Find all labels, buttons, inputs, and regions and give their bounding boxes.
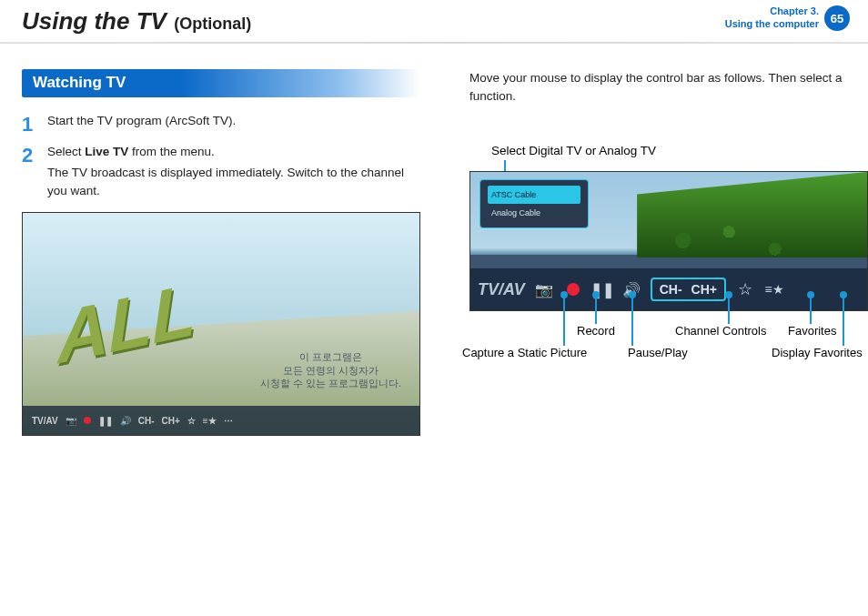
step-text-b: from the menu. — [128, 145, 215, 158]
pause-icon: ❚❚ — [98, 416, 113, 426]
ch-minus-button[interactable]: CH- — [660, 282, 682, 297]
chapter-text: Chapter 3. Using the computer — [725, 5, 819, 31]
chapter-block: Chapter 3. Using the computer 65 — [725, 5, 850, 31]
callout-display-favorites: Display Favorites — [772, 346, 863, 359]
menu-item-analog[interactable]: Analog Cable — [488, 204, 580, 222]
callout-capture: Capture a Static Picture — [462, 346, 587, 359]
section-header-watching-tv: Watching TV — [22, 69, 420, 97]
favorites-button[interactable]: ☆ — [735, 279, 755, 299]
broadcast-caption: 이 프로그램은 모든 연령의 시청자가 시청할 수 있는 프로그램입니다. — [260, 350, 401, 389]
step-text-a: Select — [47, 145, 85, 158]
screenshot-control-bar: ATSC Cable Analog Cable TV/AV 📷 ❚❚ 🔊 CH-… — [469, 171, 868, 311]
step-1: 1 Start the TV program (ArcSoft TV). — [22, 112, 420, 130]
ch-minus: CH- — [138, 416, 155, 426]
callout-favorites: Favorites — [788, 324, 836, 338]
step-number: 2 — [22, 141, 33, 170]
display-favorites-button[interactable]: ≡★ — [764, 279, 784, 299]
page-title-sub: (Optional) — [174, 15, 251, 33]
callout-channel: Channel Controls — [675, 324, 766, 338]
chapter-line2: Using the computer — [725, 18, 819, 31]
callout-record: Record — [577, 324, 615, 338]
page-number-badge: 65 — [824, 5, 850, 31]
more-icon: ⋯ — [224, 416, 233, 426]
ch-plus: CH+ — [162, 416, 180, 426]
list-icon: ≡★ — [203, 416, 217, 426]
step-text-extra: The TV broadcast is displayed immediatel… — [47, 164, 420, 199]
screenshot-tv-broadcast: ALL 이 프로그램은 모든 연령의 시청자가 시청할 수 있는 프로그램입니다… — [22, 212, 420, 436]
step-number: 1 — [22, 110, 33, 139]
tv-type-menu: ATSC Cable Analog Cable — [479, 179, 589, 228]
step-text-bold: Live TV — [85, 145, 128, 158]
step-text: Start the TV program (ArcSoft TV). — [47, 114, 236, 127]
step-2: 2 Select Live TV from the menu. The TV b… — [22, 143, 420, 200]
tvav-button[interactable]: TV/AV — [478, 280, 525, 299]
record-icon — [84, 417, 91, 424]
capture-button[interactable]: 📷 — [534, 279, 554, 299]
intro-text: Move your mouse to display the control b… — [469, 69, 846, 105]
control-bar-large: TV/AV 📷 ❚❚ 🔊 CH- CH+ ☆ ≡★ — [470, 268, 867, 310]
star-icon: ☆ — [187, 416, 196, 426]
volume-icon: 🔊 — [120, 416, 131, 426]
callout-select-tv-type: Select Digital TV or Analog TV — [491, 144, 656, 157]
tvav-label: TV/AV — [32, 416, 58, 426]
menu-item-atsc[interactable]: ATSC Cable — [488, 186, 580, 204]
callout-pauseplay: Pause/Play — [628, 346, 688, 359]
control-bar-small: TV/AV 📷 ❚❚ 🔊 CH- CH+ ☆ ≡★ ⋯ — [23, 406, 419, 435]
ch-plus-button[interactable]: CH+ — [691, 282, 717, 297]
page-title-main: Using the TV — [22, 7, 167, 35]
camera-icon: 📷 — [66, 416, 76, 426]
chapter-line1: Chapter 3. — [725, 5, 819, 18]
channel-controls[interactable]: CH- CH+ — [651, 278, 726, 301]
